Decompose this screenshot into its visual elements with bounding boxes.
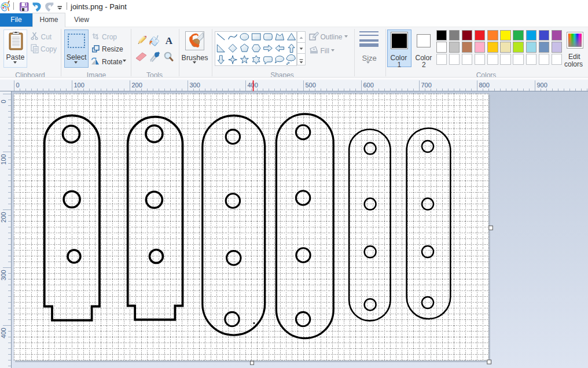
svg-text:100: 100 — [74, 82, 84, 89]
svg-text:0: 0 — [16, 82, 20, 89]
svg-text:A: A — [166, 36, 173, 45]
svg-text:300: 300 — [0, 270, 7, 280]
svg-text:800: 800 — [479, 82, 490, 89]
svg-text:900: 900 — [537, 82, 547, 89]
svg-text:300: 300 — [190, 82, 200, 89]
svg-text:700: 700 — [421, 82, 432, 89]
svg-text:200: 200 — [132, 82, 142, 89]
svg-text:600: 600 — [363, 82, 374, 89]
svg-text:500: 500 — [306, 82, 316, 89]
svg-text:0: 0 — [0, 100, 7, 103]
svg-text:200: 200 — [0, 212, 7, 222]
svg-text:400: 400 — [0, 327, 7, 338]
svg-text:100: 100 — [0, 154, 7, 164]
